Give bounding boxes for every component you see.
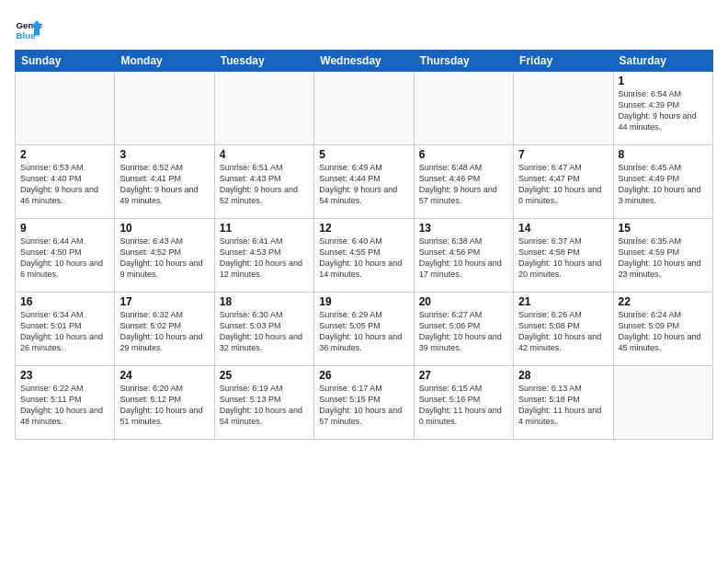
day-number: 8 <box>619 148 708 161</box>
calendar-cell <box>414 72 513 145</box>
day-number: 1 <box>619 75 708 87</box>
weekday-header-monday: Monday <box>115 51 214 72</box>
logo: General Blue <box>15 15 42 42</box>
day-number: 23 <box>20 369 109 382</box>
page-container: General Blue SundayMondayTuesdayWednesda… <box>0 0 728 563</box>
day-info: Sunrise: 6:13 AM Sunset: 5:18 PM Dayligh… <box>518 383 608 428</box>
calendar-cell: 16Sunrise: 6:34 AM Sunset: 5:01 PM Dayli… <box>16 293 115 366</box>
calendar-cell <box>115 72 214 145</box>
calendar-cell: 6Sunrise: 6:48 AM Sunset: 4:46 PM Daylig… <box>414 145 513 219</box>
day-number: 7 <box>518 148 608 161</box>
header: General Blue <box>15 15 713 42</box>
calendar-cell: 20Sunrise: 6:27 AM Sunset: 5:06 PM Dayli… <box>414 293 513 366</box>
calendar-cell <box>514 72 613 145</box>
weekday-header-sunday: Sunday <box>16 51 115 72</box>
day-info: Sunrise: 6:49 AM Sunset: 4:44 PM Dayligh… <box>319 162 408 207</box>
logo-icon: General Blue <box>15 15 42 42</box>
day-number: 28 <box>518 369 608 382</box>
calendar-week-5: 23Sunrise: 6:22 AM Sunset: 5:11 PM Dayli… <box>16 366 713 440</box>
day-number: 9 <box>20 222 109 235</box>
day-number: 25 <box>220 369 309 382</box>
day-info: Sunrise: 6:15 AM Sunset: 5:16 PM Dayligh… <box>419 383 508 428</box>
day-number: 17 <box>119 295 209 308</box>
calendar-cell: 10Sunrise: 6:43 AM Sunset: 4:52 PM Dayli… <box>115 219 214 293</box>
calendar-cell: 5Sunrise: 6:49 AM Sunset: 4:44 PM Daylig… <box>314 145 414 219</box>
calendar-cell: 9Sunrise: 6:44 AM Sunset: 4:50 PM Daylig… <box>16 219 115 293</box>
day-number: 21 <box>518 295 608 308</box>
day-info: Sunrise: 6:54 AM Sunset: 4:39 PM Dayligh… <box>619 88 708 133</box>
day-number: 5 <box>319 148 408 161</box>
calendar-cell: 21Sunrise: 6:26 AM Sunset: 5:08 PM Dayli… <box>514 293 613 366</box>
calendar-cell: 8Sunrise: 6:45 AM Sunset: 4:49 PM Daylig… <box>613 145 712 219</box>
day-info: Sunrise: 6:40 AM Sunset: 4:55 PM Dayligh… <box>319 236 408 281</box>
day-number: 24 <box>119 369 209 382</box>
day-info: Sunrise: 6:52 AM Sunset: 4:41 PM Dayligh… <box>119 162 209 207</box>
calendar-cell: 26Sunrise: 6:17 AM Sunset: 5:15 PM Dayli… <box>314 366 414 440</box>
calendar-cell: 15Sunrise: 6:35 AM Sunset: 4:59 PM Dayli… <box>613 219 712 293</box>
day-info: Sunrise: 6:45 AM Sunset: 4:49 PM Dayligh… <box>619 162 708 207</box>
calendar-cell: 17Sunrise: 6:32 AM Sunset: 5:02 PM Dayli… <box>115 293 214 366</box>
day-info: Sunrise: 6:48 AM Sunset: 4:46 PM Dayligh… <box>419 162 508 207</box>
calendar-cell: 11Sunrise: 6:41 AM Sunset: 4:53 PM Dayli… <box>214 219 313 293</box>
day-number: 22 <box>619 295 708 308</box>
calendar-cell <box>613 366 712 440</box>
day-number: 2 <box>20 148 109 161</box>
day-info: Sunrise: 6:22 AM Sunset: 5:11 PM Dayligh… <box>20 383 109 428</box>
day-number: 11 <box>220 222 309 235</box>
weekday-header-saturday: Saturday <box>613 51 712 72</box>
day-info: Sunrise: 6:53 AM Sunset: 4:40 PM Dayligh… <box>20 162 109 207</box>
day-number: 14 <box>518 222 608 235</box>
day-info: Sunrise: 6:41 AM Sunset: 4:53 PM Dayligh… <box>220 236 309 281</box>
day-info: Sunrise: 6:47 AM Sunset: 4:47 PM Dayligh… <box>518 162 608 207</box>
day-number: 16 <box>20 295 109 308</box>
day-number: 26 <box>319 369 408 382</box>
calendar-cell: 24Sunrise: 6:20 AM Sunset: 5:12 PM Dayli… <box>115 366 214 440</box>
calendar-cell: 4Sunrise: 6:51 AM Sunset: 4:43 PM Daylig… <box>214 145 313 219</box>
day-info: Sunrise: 6:26 AM Sunset: 5:08 PM Dayligh… <box>518 309 608 354</box>
day-info: Sunrise: 6:35 AM Sunset: 4:59 PM Dayligh… <box>619 236 708 281</box>
calendar-cell: 19Sunrise: 6:29 AM Sunset: 5:05 PM Dayli… <box>314 293 414 366</box>
calendar-cell <box>16 72 115 145</box>
calendar-cell: 3Sunrise: 6:52 AM Sunset: 4:41 PM Daylig… <box>115 145 214 219</box>
day-number: 18 <box>220 295 309 308</box>
day-info: Sunrise: 6:32 AM Sunset: 5:02 PM Dayligh… <box>119 309 209 354</box>
day-info: Sunrise: 6:20 AM Sunset: 5:12 PM Dayligh… <box>119 383 209 428</box>
calendar-cell: 13Sunrise: 6:38 AM Sunset: 4:56 PM Dayli… <box>414 219 513 293</box>
calendar-cell: 18Sunrise: 6:30 AM Sunset: 5:03 PM Dayli… <box>214 293 313 366</box>
day-info: Sunrise: 6:34 AM Sunset: 5:01 PM Dayligh… <box>20 309 109 354</box>
day-number: 20 <box>419 295 508 308</box>
weekday-header-thursday: Thursday <box>414 51 513 72</box>
calendar-week-4: 16Sunrise: 6:34 AM Sunset: 5:01 PM Dayli… <box>16 293 713 366</box>
calendar-header-row: SundayMondayTuesdayWednesdayThursdayFrid… <box>16 51 713 72</box>
day-info: Sunrise: 6:30 AM Sunset: 5:03 PM Dayligh… <box>220 309 309 354</box>
day-info: Sunrise: 6:38 AM Sunset: 4:56 PM Dayligh… <box>419 236 508 281</box>
calendar-cell: 27Sunrise: 6:15 AM Sunset: 5:16 PM Dayli… <box>414 366 513 440</box>
calendar-cell <box>314 72 414 145</box>
day-info: Sunrise: 6:43 AM Sunset: 4:52 PM Dayligh… <box>119 236 209 281</box>
calendar-cell: 1Sunrise: 6:54 AM Sunset: 4:39 PM Daylig… <box>613 72 712 145</box>
weekday-header-wednesday: Wednesday <box>314 51 414 72</box>
calendar-week-3: 9Sunrise: 6:44 AM Sunset: 4:50 PM Daylig… <box>16 219 713 293</box>
svg-text:Blue: Blue <box>17 30 37 40</box>
calendar-cell: 25Sunrise: 6:19 AM Sunset: 5:13 PM Dayli… <box>214 366 313 440</box>
day-info: Sunrise: 6:29 AM Sunset: 5:05 PM Dayligh… <box>319 309 408 354</box>
day-number: 3 <box>119 148 209 161</box>
day-number: 4 <box>220 148 309 161</box>
calendar-cell: 2Sunrise: 6:53 AM Sunset: 4:40 PM Daylig… <box>16 145 115 219</box>
weekday-header-tuesday: Tuesday <box>214 51 313 72</box>
weekday-header-friday: Friday <box>514 51 613 72</box>
calendar-cell <box>214 72 313 145</box>
calendar-cell: 22Sunrise: 6:24 AM Sunset: 5:09 PM Dayli… <box>613 293 712 366</box>
calendar-week-2: 2Sunrise: 6:53 AM Sunset: 4:40 PM Daylig… <box>16 145 713 219</box>
day-info: Sunrise: 6:51 AM Sunset: 4:43 PM Dayligh… <box>220 162 309 207</box>
calendar-cell: 23Sunrise: 6:22 AM Sunset: 5:11 PM Dayli… <box>16 366 115 440</box>
calendar-cell: 7Sunrise: 6:47 AM Sunset: 4:47 PM Daylig… <box>514 145 613 219</box>
day-number: 13 <box>419 222 508 235</box>
day-number: 19 <box>319 295 408 308</box>
calendar-cell: 28Sunrise: 6:13 AM Sunset: 5:18 PM Dayli… <box>514 366 613 440</box>
day-number: 10 <box>119 222 209 235</box>
day-number: 27 <box>419 369 508 382</box>
day-info: Sunrise: 6:44 AM Sunset: 4:50 PM Dayligh… <box>20 236 109 281</box>
day-info: Sunrise: 6:27 AM Sunset: 5:06 PM Dayligh… <box>419 309 508 354</box>
calendar-cell: 12Sunrise: 6:40 AM Sunset: 4:55 PM Dayli… <box>314 219 414 293</box>
